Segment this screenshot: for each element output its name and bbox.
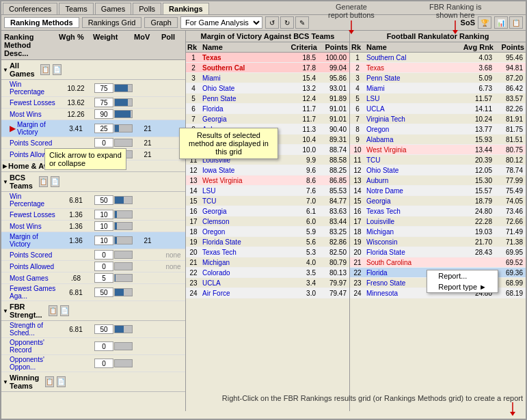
weight-input-bcs-pa[interactable]: [94, 262, 113, 271]
row-bcs-fewest-losses-label[interactable]: Fewest Losses: [1, 210, 59, 219]
row-bcs-most-wins-label[interactable]: Most Wins: [1, 222, 59, 231]
paste-icon-1[interactable]: 📄: [53, 64, 62, 75]
context-menu-report-type[interactable]: Report type ►: [427, 281, 498, 292]
weight-input-bcs-mg[interactable]: [94, 273, 113, 283]
list-item[interactable]: 1 Texas 18.5 100.00: [186, 53, 349, 63]
list-item[interactable]: 7 Georgia 11.7 91.01: [186, 114, 349, 124]
list-item[interactable]: 17 Clemson 6.0 83.44: [186, 216, 349, 227]
weight-input-win-pct[interactable]: [94, 83, 113, 93]
row-most-wins-label[interactable]: Most Wins: [1, 110, 59, 119]
list-item[interactable]: 15 Georgia 18.79 74.05: [350, 196, 526, 206]
section-fbr-strength[interactable]: ▼ FBR Strengt... 📋 📄: [1, 301, 185, 321]
row-pts-scored-label[interactable]: Points Scored: [1, 139, 59, 148]
list-item[interactable]: 23 UCLA 3.4 79.97: [186, 278, 349, 288]
list-item[interactable]: 3 Miami 15.4 95.86: [186, 73, 349, 83]
row-fbr-opp-opp-label[interactable]: Opponents' Oppon...: [1, 355, 59, 372]
copy-icon-winning[interactable]: 📋: [45, 376, 54, 387]
row-bcs-fg-label[interactable]: Fewest Games Aga...: [1, 284, 59, 300]
list-item[interactable]: 9 Alabama 15.93 81.51: [350, 135, 526, 145]
weight-input-bcs-fg[interactable]: [94, 288, 113, 297]
weight-input-bcs-fl[interactable]: [94, 210, 113, 219]
analysis-select[interactable]: For Game Analysis: [180, 16, 262, 29]
refresh2-icon[interactable]: ↻: [280, 16, 294, 29]
list-item[interactable]: 14 Notre Dame 15.57 75.49: [350, 186, 526, 196]
list-item[interactable]: 12 Ohio State 12.05 78.74: [350, 165, 526, 176]
paste-icon-bcs[interactable]: 📄: [51, 176, 59, 187]
list-item[interactable]: 24 Air Force 3.0 79.47: [186, 288, 349, 298]
section-all-games[interactable]: ▼ All Games 📋 📄: [1, 60, 185, 80]
report-icon1[interactable]: 📊: [494, 16, 508, 29]
list-item[interactable]: 21 South Carolina 69.52: [350, 257, 526, 268]
list-item[interactable]: 5 LSU 11.57 83.57: [350, 94, 526, 104]
row-mov-label[interactable]: ▶Margin of Victory: [1, 120, 59, 137]
row-bcs-win-pct-label[interactable]: Win Percentage: [1, 192, 59, 208]
section-bcs-teams[interactable]: ▼ BCS Teams 📋 📄: [1, 172, 185, 192]
paste-icon-winning[interactable]: 📄: [57, 376, 66, 387]
list-item[interactable]: 5 Penn State 12.4 91.89: [186, 94, 349, 104]
weight-input-fewest-losses[interactable]: [94, 98, 113, 107]
weight-input-bcs-mov[interactable]: [94, 236, 113, 245]
copy-icon-fbr[interactable]: 📋: [49, 305, 57, 316]
weight-input-bcs-ps[interactable]: [94, 250, 113, 260]
list-item[interactable]: 15 TCU 7.0 84.77: [186, 196, 349, 206]
btn-ranking-methods[interactable]: Ranking Methods: [4, 17, 79, 28]
list-item[interactable]: 19 Florida State 5.6 82.86: [186, 237, 349, 247]
list-item[interactable]: 16 Texas Tech 24.80 73.46: [350, 206, 526, 216]
list-item[interactable]: 6 Florida 11.7 91.01: [186, 104, 349, 114]
list-item[interactable]: 19 Wisconsin 21.70 71.38: [350, 237, 526, 247]
weight-input-mov[interactable]: [94, 124, 113, 133]
tab-rankings[interactable]: Rankings: [163, 3, 209, 14]
row-bcs-pts-scored-label[interactable]: Points Scored: [1, 251, 59, 260]
row-bcs-mg-label[interactable]: Most Games: [1, 274, 59, 283]
context-menu-report[interactable]: Report...: [427, 270, 498, 281]
list-item[interactable]: 2 Texas 3.68 94.81: [350, 63, 526, 73]
tab-teams[interactable]: Teams: [59, 3, 93, 14]
list-item[interactable]: 3 Penn State 5.09 87.20: [350, 73, 526, 83]
list-item[interactable]: 17 Louisville 22.28 72.66: [350, 216, 526, 227]
copy-icon-1[interactable]: 📋: [40, 64, 49, 75]
weight-input-pts-scored[interactable]: [94, 138, 113, 148]
list-item[interactable]: 10 West Virginia 13.44 80.75: [350, 145, 526, 155]
refresh1-icon[interactable]: ↺: [265, 16, 279, 29]
btn-rankings-grid[interactable]: Rankings Grid: [82, 17, 142, 28]
sos-icon[interactable]: 🏆: [478, 16, 491, 29]
weight-input-fbr-or[interactable]: [94, 341, 113, 351]
list-item[interactable]: 6 UCLA 14.11 82.26: [350, 104, 526, 114]
list-item[interactable]: 11 TCU 20.39 80.12: [350, 155, 526, 165]
section-winning-teams[interactable]: ▼ Winning Teams 📋 📄: [1, 372, 185, 392]
weight-input-bcs-win-pct[interactable]: [94, 195, 113, 205]
list-item[interactable]: 18 Oregon 5.9 83.25: [186, 227, 349, 237]
list-item[interactable]: 13 West Virginia 8.6 86.85: [186, 176, 349, 186]
list-item[interactable]: 22 Colorado 3.5 80.13: [186, 268, 349, 278]
weight-input-fbr-sched[interactable]: [94, 324, 113, 334]
row-fbr-sched-label[interactable]: Strength of Sched...: [1, 321, 59, 337]
list-item[interactable]: 21 Michigan 4.0 80.79: [186, 257, 349, 268]
list-item[interactable]: 8 Oregon 13.77 81.75: [350, 124, 526, 135]
list-item[interactable]: 4 Ohio State 13.2 93.01: [186, 83, 349, 94]
weight-input-fbr-oo[interactable]: [94, 359, 113, 368]
tab-polls[interactable]: Polls: [133, 3, 161, 14]
list-item[interactable]: 20 Florida State 28.43 69.95: [350, 247, 526, 257]
list-item[interactable]: 12 Iowa State 9.6 88.25: [186, 165, 349, 176]
list-item[interactable]: 20 Texas Tech 5.3 82.50: [186, 247, 349, 257]
tab-conferences[interactable]: Conferences: [3, 3, 57, 14]
row-bcs-mov-label[interactable]: Margin of Victory: [1, 232, 59, 249]
weight-input-most-wins[interactable]: [94, 109, 113, 119]
list-item[interactable]: 14 LSU 7.6 85.53: [186, 186, 349, 196]
list-item[interactable]: 7 Virginia Tech 10.24 81.91: [350, 114, 526, 124]
copy-icon-bcs[interactable]: 📋: [39, 176, 48, 187]
row-fbr-opp-record-label[interactable]: Opponents' Record: [1, 338, 59, 354]
weight-input-bcs-mw[interactable]: [94, 221, 113, 231]
tab-games[interactable]: Games: [95, 3, 131, 14]
row-win-pct-label[interactable]: Win Percentage: [1, 80, 59, 96]
list-item[interactable]: 16 Georgia 6.1 83.63: [186, 206, 349, 216]
list-item[interactable]: 2 Southern Cal 17.8 99.04: [186, 63, 349, 73]
list-item[interactable]: 4 Miami 6.73 86.42: [350, 83, 526, 94]
btn-graph[interactable]: Graph: [144, 17, 178, 28]
row-fewest-losses-label[interactable]: Fewest Losses: [1, 98, 59, 107]
list-item[interactable]: 1 Southern Cal 4.03 95.46: [350, 53, 526, 63]
report-icon2[interactable]: 📋: [509, 16, 523, 29]
list-item[interactable]: 13 Auburn 15.30 77.99: [350, 176, 526, 186]
edit-icon[interactable]: ✎: [295, 16, 309, 29]
row-bcs-pts-allowed-label[interactable]: Points Allowed: [1, 262, 59, 271]
